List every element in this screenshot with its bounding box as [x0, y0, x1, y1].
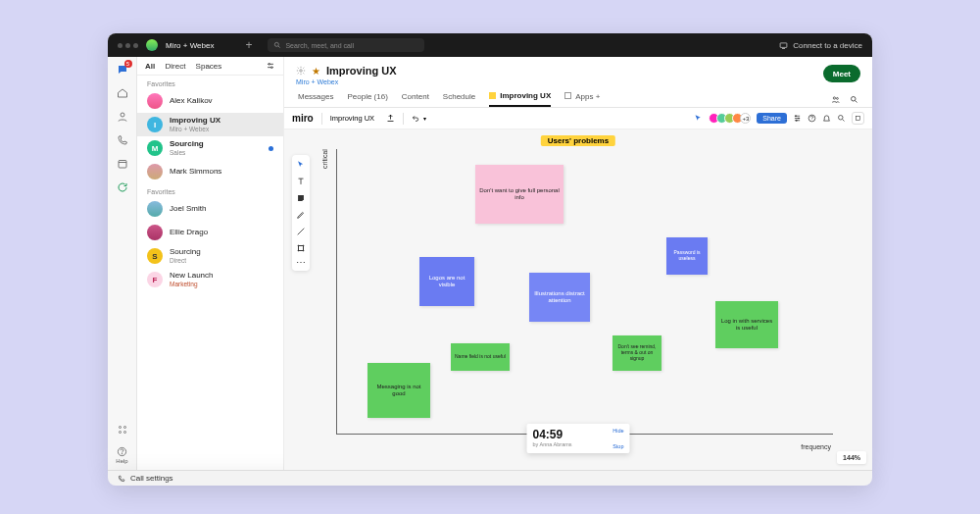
tool-sticky[interactable] — [295, 192, 307, 204]
sticky-note[interactable]: Logos are not visible — [419, 257, 474, 306]
user-avatar[interactable] — [146, 39, 158, 51]
sticky-note[interactable]: Password is useless — [666, 237, 708, 275]
miro-board: miro Improving UX ▾ +3 — [284, 108, 872, 470]
avatar: I — [147, 117, 163, 132]
gear-icon[interactable] — [296, 66, 306, 76]
contacts-icon[interactable] — [116, 110, 129, 124]
sidebar-item-sub: Miro + Webex — [170, 126, 220, 132]
star-icon[interactable]: ★ — [312, 66, 320, 77]
avatar: F — [147, 272, 163, 287]
sidebar-item-alex[interactable]: Alex Kalikov — [137, 89, 283, 113]
sticky-note[interactable]: Messaging is not good — [368, 363, 430, 418]
add-button[interactable]: + — [245, 38, 252, 52]
home-icon[interactable] — [116, 86, 129, 100]
unread-badge: 5 — [124, 60, 132, 68]
board-title-highlight[interactable]: Users' problems — [541, 135, 615, 146]
miro-canvas[interactable]: ⋯ critical frequency Users' problems Don… — [284, 129, 872, 470]
undo-button[interactable]: ▾ — [412, 115, 426, 123]
settings-icon[interactable] — [793, 114, 802, 123]
svg-point-0 — [275, 42, 279, 46]
svg-line-32 — [298, 229, 305, 235]
sidebar-item-ellie[interactable]: Ellie Drago — [137, 221, 283, 244]
tab-messages[interactable]: Messages — [298, 92, 333, 106]
svg-point-17 — [300, 70, 303, 73]
tab-direct[interactable]: Direct — [165, 62, 185, 71]
filter-icon[interactable] — [266, 61, 275, 71]
expand-icon[interactable] — [852, 112, 864, 125]
avatar — [147, 201, 163, 217]
apps-icon[interactable] — [116, 423, 129, 437]
sidebar-item-mark[interactable]: Mark Simmons — [137, 160, 283, 183]
sidebar-item-improving-ux[interactable]: I Improving UXMiro + Webex — [137, 113, 283, 136]
page-header: ★ Improving UX Miro + Webex Meet — [284, 57, 872, 85]
svg-point-4 — [121, 113, 124, 117]
window-controls[interactable] — [118, 43, 138, 48]
board-name[interactable]: Improving UX — [330, 114, 374, 123]
svg-line-21 — [856, 100, 858, 102]
sticky-note[interactable]: Illustrations distract attention — [529, 273, 590, 322]
cursor-icon[interactable] — [694, 114, 703, 123]
collaborator-avatars[interactable]: +3 — [709, 113, 751, 124]
avatar: M — [147, 140, 163, 156]
refresh-icon[interactable] — [116, 180, 129, 194]
share-button[interactable]: Share — [757, 113, 787, 124]
call-settings-link[interactable]: Call settings — [130, 474, 173, 483]
sidebar-item-joel[interactable]: Joel Smith — [137, 197, 283, 221]
timer-stop[interactable]: Stop — [612, 443, 623, 449]
bell-icon[interactable] — [822, 114, 831, 123]
nav-rail: 5 Help — [108, 57, 137, 470]
sidebar-item-new-launch[interactable]: F New LaunchMarketing — [137, 268, 283, 291]
tool-select[interactable] — [295, 159, 307, 171]
miro-toolbox: ⋯ — [292, 155, 310, 271]
help-button[interactable]: Help — [116, 446, 127, 464]
messaging-icon[interactable]: 5 — [116, 63, 129, 77]
calendar-icon[interactable] — [116, 157, 129, 171]
search-input[interactable]: Search, meet, and call — [268, 38, 424, 52]
sidebar-item-sourcing[interactable]: M SourcingSales — [137, 136, 283, 160]
search-icon[interactable] — [837, 114, 846, 123]
tool-text[interactable] — [295, 176, 307, 187]
timer-hide[interactable]: Hide — [612, 428, 623, 434]
tool-frame[interactable] — [295, 242, 307, 254]
section-favorites: Favorites — [137, 76, 283, 89]
tab-spaces[interactable]: Spaces — [196, 62, 222, 71]
timer-author: by Anna Abrams — [533, 441, 613, 447]
miro-tab-icon — [489, 92, 496, 99]
sticky-note[interactable]: Don't see remind, terms & out on signup — [612, 335, 662, 371]
tab-apps[interactable]: Apps + — [564, 92, 600, 106]
tab-people[interactable]: People (16) — [347, 92, 387, 106]
sidebar-item-sourcing-b[interactable]: S SourcingDirect — [137, 244, 283, 268]
more-avatars: +3 — [740, 113, 751, 124]
sidebar-item-label: New Launch — [170, 272, 213, 281]
sticky-note[interactable]: Name field is not useful — [451, 343, 510, 371]
sidebar: All Direct Spaces Favorites Alex Kalikov… — [137, 57, 284, 470]
sidebar-tabs: All Direct Spaces — [137, 57, 283, 76]
tool-more[interactable]: ⋯ — [296, 259, 306, 267]
help-label: Help — [116, 458, 127, 464]
page-title: Improving UX — [326, 65, 397, 77]
svg-point-7 — [119, 427, 121, 429]
tool-line[interactable] — [295, 226, 307, 237]
tab-schedule[interactable]: Schedule — [443, 92, 475, 106]
people-icon[interactable] — [831, 95, 840, 104]
svg-point-12 — [122, 454, 122, 455]
call-icon[interactable] — [116, 133, 129, 147]
search-icon[interactable] — [850, 95, 858, 104]
connect-device-button[interactable]: Connect to a device — [779, 41, 862, 50]
timer-widget[interactable]: 04:59 by Anna Abrams Hide Stop — [527, 424, 630, 453]
sidebar-item-label: Ellie Drago — [170, 229, 208, 237]
page-subtitle[interactable]: Miro + Webex — [296, 78, 397, 85]
sticky-note[interactable]: Log in with services is useful — [715, 301, 778, 348]
miro-logo[interactable]: miro — [292, 113, 314, 124]
tab-all[interactable]: All — [145, 62, 155, 71]
tab-improving-ux[interactable]: Improving UX — [489, 91, 551, 107]
upload-icon[interactable] — [386, 114, 395, 123]
tool-pen[interactable] — [295, 209, 307, 221]
tab-content[interactable]: Content — [402, 92, 429, 106]
help-icon[interactable] — [808, 114, 816, 123]
svg-rect-2 — [780, 42, 787, 47]
zoom-indicator[interactable]: 144% — [837, 451, 866, 464]
sidebar-item-sub: Marketing — [170, 281, 213, 287]
meet-button[interactable]: Meet — [823, 65, 860, 82]
sticky-note[interactable]: Don't want to give full personal info — [475, 165, 564, 224]
